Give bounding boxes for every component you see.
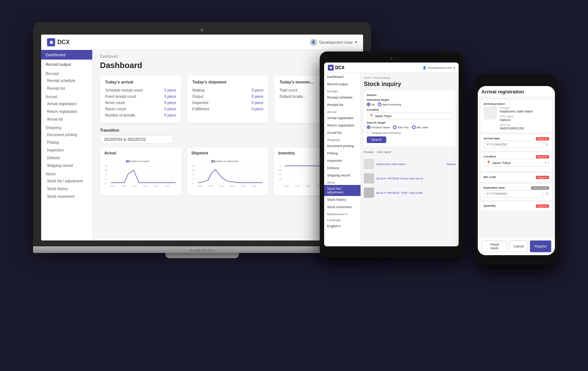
svg-text:■ Number of shipments: ■ Number of shipments [211,160,238,163]
product-label: Product [500,106,549,110]
search-target-group: Product name SKU No. Bin code [367,125,453,129]
tablet-sidebar-shipping-record[interactable]: Shipping record [324,172,361,179]
tablet-logo-icon: ▣ [328,65,334,71]
app-body: Dashboard Record output Receipt Receipt … [41,50,363,240]
arrival-date-required-badge: Required [536,137,549,140]
radio-bin-code[interactable]: Bin code [412,125,428,129]
tablet-sidebar-inspection[interactable]: Inspection [324,157,361,164]
radio-alert-label: Alert inventory [383,103,401,106]
page-title: Dashboard [100,61,356,70]
tablet-logo: ▣ DCX [328,65,344,71]
phone-page-title: Arrival registration [481,89,551,94]
radio-product-name-label: Product name [372,126,390,129]
sidebar-item-receipt-schedule[interactable]: Receipt schedule [41,77,92,85]
arrival-product-section: Arrival product Product Madoromu Sake Wa… [481,100,552,132]
expiration-date-clear-icon[interactable]: ✕ [545,191,549,196]
user-menu[interactable]: 👤 Development User ▾ [310,39,357,46]
radio-sku-no[interactable]: SKU No. [393,125,409,129]
tablet-sidebar-return-reg[interactable]: Return registration [324,122,361,129]
result-item-2[interactable]: BLACK VINTAGE Pasta Dish Set fo... [364,171,456,186]
sidebar-section-shipping: Shipping [41,123,92,131]
dropdown-arrow-icon: ▾ [355,40,357,44]
sidebar-item-arrival-list[interactable]: Arrival list [41,115,92,123]
location-required-badge: Required [536,155,549,158]
tablet-sidebar-receipt-list[interactable]: Receipt list [324,101,361,108]
product-thumbnail-1 [364,159,374,169]
tablet-bezel: ▣ DCX 👤 Development User ▾ Dashboard Rec… [320,51,463,257]
sidebar-item-arrival-registration[interactable]: Arrival registration [41,100,92,108]
tablet-sidebar-record-output[interactable]: Record output [324,81,361,88]
sidebar-item-dashboard[interactable]: Dashboard [41,50,92,60]
tablet-sidebar-stock-history[interactable]: Stock history [324,196,361,203]
svg-text:60: 60 [279,169,282,171]
tablet-sidebar-stock-list[interactable]: Stock list / adjustment [324,185,361,196]
tablet-sidebar-picking[interactable]: Picking [324,150,361,157]
tablet-sidebar-receipt-schedule[interactable]: Receipt schedule [324,94,361,101]
tablet-sidebar-dashboard[interactable]: Dashboard [324,73,361,81]
quantity-required-badge: Required [536,204,549,208]
sidebar-item-document-printing[interactable]: Document printing [41,131,92,139]
stat-row: Output 0 piece [192,93,263,100]
zero-inventory-checkbox[interactable] [367,131,370,135]
result-item-1[interactable]: Madoromu Sake Ware Sakura [364,157,456,171]
sidebar-section-stock: Stock [41,170,92,177]
radio-alert[interactable]: Alert inventory [378,103,401,106]
tablet-brand: DCX [335,65,344,70]
sku-no-value: 4945319502158 [500,126,549,130]
quantity-label-row: Quantity Required [484,204,549,208]
tablet-sidebar-doc-printing[interactable]: Document printing [324,142,361,150]
result-item-3[interactable]: BLACK VINTAGE "SAE" Drip Kettle [364,186,456,200]
svg-text:0: 0 [105,182,107,185]
tablet-sidebar-delivery[interactable]: Delivery [324,164,361,172]
sidebar-item-receipt-list[interactable]: Receipt list [41,85,92,92]
svg-text:10: 10 [192,174,195,176]
zero-inventory-checkbox-row[interactable]: Display zero inventory [367,131,453,135]
search-button[interactable]: Search [367,136,386,143]
location-selector[interactable]: 📍 Japan-Tokyo ▾ [484,159,549,167]
sidebar-item-inspection[interactable]: Inspection [41,146,92,154]
cancel-button[interactable]: Cancel [509,240,528,252]
svg-text:07/22: 07/22 [165,185,170,187]
expiration-date-label: Expiration date [484,186,505,189]
stat-row: Number of arrivals 0 piece [105,112,176,118]
expiration-date-input[interactable] [484,190,544,197]
svg-text:07/12: 07/12 [306,185,311,187]
expiration-date-badge: Unnecessary [531,186,549,190]
check-stock-button[interactable]: Check stock [481,240,507,252]
arrival-date-field: Arrival date Required ✕ [481,135,552,150]
sidebar-item-stock-history[interactable]: Stock history [41,185,92,193]
svg-text:07/16: 07/16 [143,185,148,187]
sidebar-item-delivery[interactable]: Delivery [41,154,92,162]
sidebar-item-record-output[interactable]: Record output [41,60,92,69]
product-thumbnail-2 [364,173,374,183]
sidebar-item-stock-list[interactable]: Stock list / adjustment [41,177,92,185]
avatar: 👤 [310,39,317,46]
arrival-date-clear-icon[interactable]: ✕ [545,142,549,147]
tablet-section-stock: Stock [324,179,361,185]
sidebar-item-shipping-record[interactable]: Shipping record [41,162,92,170]
tablet-user-avatar-icon: 👤 [423,66,426,69]
sidebar-item-picking[interactable]: Picking [41,139,92,146]
tablet-sidebar-language-english[interactable]: English ▾ [324,222,361,230]
arrival-date-input[interactable] [484,141,544,148]
sidebar-item-stock-movement[interactable]: Stock movement [41,193,92,200]
tablet-sidebar-arrival-list[interactable]: Arrival list [324,129,361,136]
phone-notch [505,80,527,84]
tablet-sidebar-arrival-reg[interactable]: Arrival registration [324,114,361,122]
svg-text:0: 0 [192,182,194,185]
tablet-user-menu[interactable]: 👤 Development User ▾ [423,66,455,69]
phone-bezel: Arrival registration Arrival product Pro… [474,74,559,265]
date-range-input[interactable]: 2022/07/01 to 2022/07/22 [100,135,173,144]
tablet-section-receipt: Receipt [324,88,361,94]
radio-product-name[interactable]: Product name [367,125,390,129]
register-button[interactable]: Register [530,240,551,252]
location-value: Japan-Tokyo [375,114,391,118]
location-dropdown-icon: ▾ [545,161,546,164]
location-input[interactable]: 📍 Japan-Tokyo [367,113,453,119]
sidebar-item-return-registration[interactable]: Return registration [41,108,92,115]
radio-all[interactable]: All [367,103,375,106]
product-thumbnail-3 [364,188,374,198]
svg-text:40: 40 [279,178,282,180]
location-pin-icon: 📍 [369,114,373,118]
tablet-sidebar-stock-movement[interactable]: Stock movement [324,203,361,211]
